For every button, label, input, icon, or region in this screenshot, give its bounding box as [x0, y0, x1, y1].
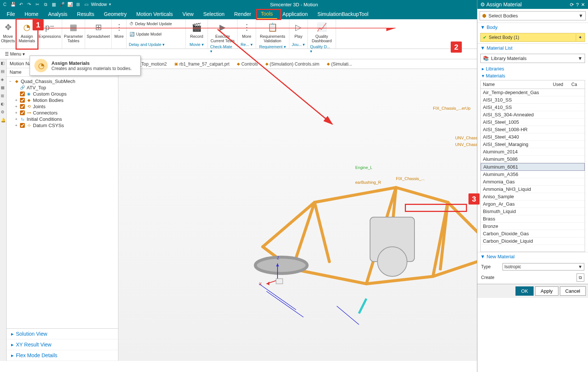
material-row[interactable]: AISI_Steel_1005 [481, 119, 585, 126]
menu-tools[interactable]: Tools [256, 9, 278, 19]
tree-item-datum-csys[interactable]: +⊹Datum CSYSs [8, 122, 117, 129]
update-model[interactable]: 🔄Update Model [129, 31, 162, 37]
copy-icon[interactable]: ⧉ [42, 1, 49, 8]
material-row[interactable]: Carbon_Dioxide_Gas [481, 230, 585, 238]
menu-render[interactable]: Render [230, 10, 256, 19]
cut-icon[interactable]: ✂ [34, 1, 41, 8]
menu-simulation-backup-tool[interactable]: SimulationBackupTool [313, 10, 373, 19]
section-body[interactable]: ▼ Body [477, 23, 588, 31]
material-row[interactable]: Aluminum_2014 [481, 148, 585, 156]
col-ca[interactable]: Ca [571, 82, 582, 87]
tab[interactable]: ◆Controls [235, 61, 260, 67]
tree-item-initial-conditions[interactable]: +t₀Initial Conditions [8, 116, 117, 122]
close-icon[interactable]: ✕ [581, 2, 585, 7]
re-footer[interactable]: Re... ▾ [241, 41, 252, 47]
requirement-footer[interactable]: Requirement ▾ [259, 44, 286, 49]
type-dropdown[interactable]: Isotropic ▼ [503, 263, 584, 270]
qat-icon[interactable]: ⊞ [75, 1, 81, 8]
checkbox[interactable] [20, 123, 25, 128]
checkbox[interactable] [20, 110, 25, 115]
select-body-field[interactable]: ✔ Select Body (1) ✦ [480, 33, 585, 42]
tree-item-motion-bodies[interactable]: +◆Motion Bodies [8, 97, 117, 103]
libraries-link[interactable]: ▸ Libraries [477, 64, 588, 73]
save-icon[interactable]: 💾 [10, 1, 16, 8]
target-icon[interactable]: ✦ [576, 34, 584, 41]
tab[interactable]: ◆(Simulation) Controls.sim [263, 61, 322, 67]
window-icon[interactable]: ▭ [83, 1, 90, 8]
rail-icon[interactable]: ⊞ [1, 93, 6, 99]
material-row[interactable]: AISI_Steel_Maraging [481, 141, 585, 148]
material-row[interactable]: AISI_Steel_4340 [481, 133, 585, 141]
select-bodies-dropdown[interactable]: ⬢ Select Bodies ▼ [480, 11, 586, 20]
menu-geometry[interactable]: Geometry [100, 10, 131, 19]
menu-home[interactable]: Home [20, 10, 43, 19]
materials-list[interactable]: Air_Temp-dependent_GasAISI_310_SSAISI_41… [480, 89, 585, 252]
tree-root[interactable]: −◆Quad_Chassis_SubMech [8, 78, 117, 84]
qat-icon[interactable]: ▦ [50, 1, 57, 8]
quality-dashboard-button[interactable]: 📈Quality Dashboard [310, 21, 333, 44]
material-row[interactable]: Ammonia_NH3_Liquid [481, 186, 585, 193]
section-flex-mode-details[interactable]: ▸ Flex Mode Details [7, 350, 118, 361]
checkbox[interactable] [20, 98, 25, 103]
material-row[interactable]: AISI_Steel_1008-HR [481, 126, 585, 133]
apply-button[interactable]: Apply [535, 286, 558, 296]
material-row[interactable]: Air_Temp-dependent_Gas [481, 89, 585, 96]
col-name[interactable]: Name [483, 82, 553, 87]
delay-update-footer[interactable]: Delay and Update ▾ [129, 41, 165, 47]
tab[interactable]: ◆(Simulati... [325, 61, 355, 67]
menu-view[interactable]: View [178, 10, 198, 19]
rail-icon[interactable]: 🔔 [1, 118, 6, 123]
menu-analysis[interactable]: Analysis [44, 10, 72, 19]
tree-item-joints[interactable]: +⟲Joints [8, 103, 117, 110]
tab[interactable]: ▣rb1_frame_57_catpart.prt [172, 61, 232, 67]
cancel-button[interactable]: Cancel [560, 286, 586, 296]
more2-button[interactable]: ⋮More [239, 21, 254, 39]
section-new-material[interactable]: ▼ New Material [477, 252, 588, 261]
checkmate-footer[interactable]: Check-Mate ▾ [210, 44, 235, 54]
material-row[interactable]: AISI_310_SS [481, 96, 585, 104]
ok-button[interactable]: OK [515, 286, 534, 296]
material-row[interactable]: Brass [481, 215, 585, 223]
record-button[interactable]: 🎬Record [189, 21, 205, 39]
tree-item-custom-groups[interactable]: ◉Custom Groups [8, 91, 117, 97]
help-icon[interactable]: ? [576, 2, 579, 7]
reset-icon[interactable]: ⟳ [570, 2, 574, 7]
menu-file[interactable]: File [2, 10, 20, 19]
section-material-list[interactable]: ▼ Material List [477, 43, 588, 52]
material-row[interactable]: Bismuth_Liquid [481, 208, 585, 215]
redo-icon[interactable]: ↷ [26, 1, 33, 8]
rail-icon[interactable]: ◧ [1, 61, 6, 66]
execute-tests-button[interactable]: ▶Execute Current Tests [209, 21, 236, 44]
section-xy-result-view[interactable]: ▸ XY Result View [7, 339, 118, 350]
qat-icon[interactable]: 📊 [67, 1, 73, 8]
navigator-tree[interactable]: −◆Quad_Chassis_SubMech 🔗ATV_Top ◉Custom … [7, 77, 118, 328]
rail-icon[interactable]: ◈ [1, 77, 6, 82]
rail-icon[interactable]: ▤ [1, 69, 6, 74]
material-row[interactable]: Aluminum_A356 [481, 171, 585, 178]
delay-model-update[interactable]: ⏱Delay Model Update [129, 21, 173, 27]
material-row[interactable]: Carbon_Dioxide_Liquid [481, 238, 585, 245]
spreadsheet-button[interactable]: ⊞ Spreadsheet [85, 21, 111, 39]
requirements-button[interactable]: 📋Requirements Validation [258, 21, 286, 44]
play-button[interactable]: ▷Play [291, 21, 306, 39]
rail-icon[interactable]: ◐ [1, 102, 6, 107]
menu-dropdown[interactable]: ☰ Menu ▾ [2, 50, 27, 58]
menu-selection[interactable]: Selection [199, 10, 229, 19]
materials-link[interactable]: ▾ Materials [477, 73, 588, 80]
parameter-tables-button[interactable]: ▦ Parameter Tables [63, 21, 84, 44]
material-row[interactable]: Aniso_Sample [481, 193, 585, 200]
menu-results[interactable]: Results [73, 10, 99, 19]
undo-icon[interactable]: ↶ [18, 1, 24, 8]
section-solution-view[interactable]: ▸ Solution View [7, 329, 118, 339]
library-materials-dropdown[interactable]: 📚 Library Materials ▼ [480, 54, 585, 63]
quality-footer[interactable]: Quality D... ▾ [310, 44, 333, 54]
menu-motion-verticals[interactable]: Motion Verticals [132, 10, 177, 19]
material-row[interactable]: Argon_Ar_Gas [481, 200, 585, 208]
window-dropdown[interactable]: Window [91, 2, 107, 7]
material-row[interactable]: Bronze [481, 223, 585, 230]
rail-icon[interactable]: ▦ [1, 85, 6, 90]
material-row[interactable]: Ammonia_Gas [481, 178, 585, 186]
material-row[interactable]: AISI_SS_304-Annealed [481, 111, 585, 119]
qat-icon[interactable]: 🎤 [58, 1, 65, 8]
create-icon-button[interactable]: ⧉ [577, 273, 584, 282]
